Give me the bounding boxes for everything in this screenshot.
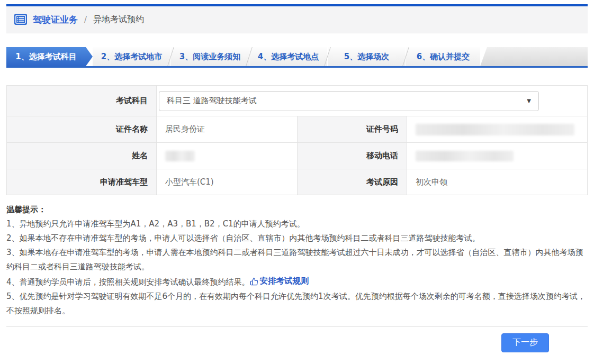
- mobile-label: 移动电话: [298, 143, 407, 169]
- id-number-redacted-blur: [416, 124, 574, 135]
- exam-rules-link-label: 安排考试规则: [260, 274, 309, 288]
- tip-item-3: 3、如果本地存在申请准驾车型的考场，申请人需在本地预约科目二或者科目三道路驾驶技…: [6, 245, 588, 274]
- vehicle-type-value: 小型汽车(C1): [157, 169, 298, 195]
- footer-bar: 下一步: [6, 326, 588, 352]
- mobile-redacted-blur: [416, 151, 514, 161]
- step-tab-4-select-site[interactable]: 4、选择考试地点: [249, 47, 327, 66]
- breadcrumb-section[interactable]: 驾驶证业务: [33, 14, 78, 26]
- menu-list-icon: [14, 13, 28, 26]
- step-tab-2-select-city[interactable]: 2、选择考试地市: [93, 47, 170, 66]
- exam-reason-label: 考试原因: [298, 169, 407, 195]
- tip-item-2: 2、如果本地不存在申请准驾车型的考场，申请人可以选择省（自治区、直辖市）内其他考…: [6, 231, 588, 245]
- step-tabs: 1、选择考试科目 2、选择考试地市 3、阅读业务须知 4、选择考试地点 5、选择…: [6, 47, 588, 68]
- name-redacted-blur: [165, 151, 195, 161]
- vehicle-type-label: 申请准驾车型: [7, 169, 157, 195]
- step-tab-5-select-session[interactable]: 5、选择场次: [328, 47, 406, 66]
- warm-tips: 温馨提示： 1、异地预约只允许申请准驾车型为A1，A2，A3，B1，B2，C1的…: [6, 203, 588, 318]
- breadcrumb-page: 异地考试预约: [93, 14, 144, 25]
- exam-rules-link[interactable]: 安排考试规则: [250, 274, 309, 288]
- tips-title: 温馨提示：: [6, 203, 588, 217]
- mobile-value: [407, 143, 587, 169]
- step-tab-3-read-notice[interactable]: 3、阅读业务须知: [171, 47, 249, 66]
- next-step-button[interactable]: 下一步: [501, 333, 549, 352]
- id-type-value: 居民身份证: [157, 116, 298, 143]
- breadcrumb: 驾驶证业务 / 异地考试预约: [6, 4, 588, 33]
- tip-item-5: 5、优先预约是针对学习驾驶证明有效期不足6个月的，在有效期内每个科目允许优先预约…: [6, 289, 588, 318]
- tip-item-4: 4、普通预约学员申请后，按照相关规则安排考试确认最终预约结果。安排考试规则: [6, 274, 588, 289]
- exam-reason-value: 初次申领: [407, 169, 587, 195]
- name-value: [157, 143, 298, 169]
- chevron-down-icon: ▼: [527, 98, 531, 104]
- tip-item-1: 1、异地预约只允许申请准驾车型为A1，A2，A3，B1，B2，C1的申请人预约考…: [6, 217, 588, 231]
- exam-subject-label: 考试科目: [7, 86, 157, 116]
- step-tab-6-confirm-submit[interactable]: 6、确认并提交: [406, 47, 480, 66]
- name-label: 姓名: [7, 143, 157, 169]
- step-tab-1-select-subject[interactable]: 1、选择考试科目: [6, 47, 93, 66]
- id-number-value: [407, 116, 587, 143]
- exam-subject-selected-value: 科目三 道路驾驶技能考试: [167, 96, 257, 106]
- id-number-label: 证件号码: [298, 116, 407, 143]
- step-tabs-filler: [480, 47, 588, 66]
- id-type-label: 证件名称: [7, 116, 157, 143]
- exam-subject-cell: 科目三 道路驾驶技能考试 ▼: [157, 86, 587, 116]
- page: 驾驶证业务 / 异地考试预约 1、选择考试科目 2、选择考试地市 3、阅读业务须…: [0, 0, 594, 364]
- exam-subject-select[interactable]: 科目三 道路驾驶技能考试 ▼: [159, 91, 539, 111]
- thumbs-up-icon: [250, 277, 258, 286]
- applicant-form-table: 考试科目 科目三 道路驾驶技能考试 ▼ 证件名称 居民身份证 证件号码 姓名 移…: [6, 85, 588, 195]
- tip-item-4-text: 4、普通预约学员申请后，按照相关规则安排考试确认最终预约结果。: [6, 277, 250, 287]
- breadcrumb-separator: /: [84, 15, 87, 24]
